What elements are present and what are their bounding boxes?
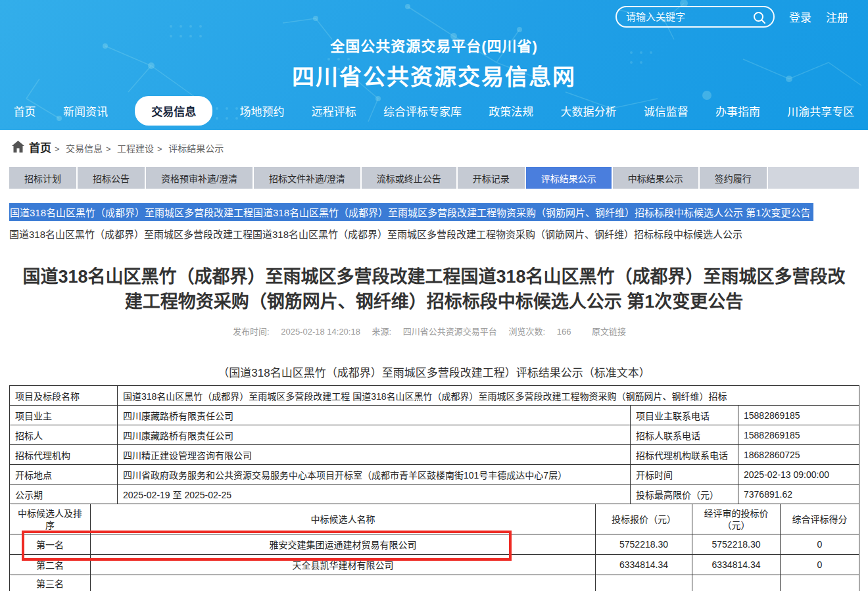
info-label: 招标代理机构	[10, 445, 118, 465]
breadcrumb-item[interactable]: 首页	[29, 142, 51, 154]
candidate-bid: 5752218.30	[596, 534, 692, 555]
info-value: 四川省政府政务服务和公共资源交易服务中心本项目开标室（成都市青羊区鼓楼南街101…	[118, 465, 631, 485]
candidate-rank: 第二名	[10, 555, 91, 575]
list-item-selected[interactable]: 国道318名山区黑竹（成都界）至雨城区多营段改建工程国道318名山区黑竹（成都界…	[9, 203, 813, 221]
nav-item[interactable]: 川渝共享专区	[787, 96, 854, 126]
tab[interactable]: 资格预审补遗/澄清	[146, 167, 253, 189]
breadcrumb-item[interactable]: 评标结果公示	[168, 143, 224, 154]
candidate-row: 第二名 天全县凯华建材有限公司 6334814.34 6334814.34 0	[10, 555, 859, 575]
site-main-title: 四川省公共资源交易信息网	[0, 59, 868, 91]
table-row: 项目及标段名称 国道318名山区黑竹（成都界）至雨城区多营段改建工程 国道318…	[10, 386, 859, 406]
list-item[interactable]: 国道318名山区黑竹（成都界）至雨城区多营段改建工程国道318名山区黑竹（成都界…	[9, 227, 859, 241]
register-link[interactable]: 注册	[826, 9, 848, 25]
info-value-2: 7376891.62	[738, 485, 859, 504]
table-row: 开标地点 四川省政府政务服务和公共资源交易服务中心本项目开标室（成都市青羊区鼓楼…	[10, 465, 859, 485]
info-label-2: 项目业主联系电话	[631, 406, 738, 425]
tab[interactable]: 中标结果公示	[613, 167, 698, 189]
col-rank: 中标候选人及排序	[10, 504, 91, 534]
nav-item[interactable]: 首页	[14, 96, 36, 126]
info-label-2: 开标时间	[631, 465, 738, 485]
breadcrumb-separator: >	[55, 144, 60, 154]
breadcrumb: 首页> 交易信息> 工程建设> 评标结果公示>	[0, 130, 868, 163]
views-value: 166	[557, 327, 571, 337]
candidate-reviewed-bid: 5752218.30	[692, 534, 781, 555]
search-icon[interactable]	[752, 11, 767, 25]
candidate-reviewed-bid	[692, 575, 781, 591]
nav-item[interactable]: 大数据分析	[560, 96, 616, 126]
info-value-2: 15882869185	[738, 406, 859, 425]
info-label-2: 投标最高限价（元）	[631, 485, 738, 504]
login-link[interactable]: 登录	[789, 9, 811, 25]
nav-item[interactable]: 综合评标专家库	[383, 96, 462, 126]
candidate-score: 0	[781, 534, 859, 555]
home-icon[interactable]	[12, 141, 24, 153]
candidate-name: 天全县凯华建材有限公司	[91, 555, 596, 575]
candidate-bid	[596, 575, 692, 591]
candidate-rank: 第三名	[10, 575, 91, 591]
project-info-table: 项目及标段名称 国道318名山区黑竹（成都界）至雨城区多营段改建工程 国道318…	[9, 385, 859, 504]
candidate-score: 0	[781, 555, 859, 575]
info-label: 开标地点	[10, 465, 118, 485]
info-label: 公示期	[10, 485, 118, 504]
col-score: 综合评标得分	[781, 504, 859, 534]
breadcrumb-separator: >	[106, 144, 111, 154]
header-topbar: 登录 注册	[615, 6, 848, 28]
candidate-row: 第三名	[10, 575, 859, 591]
tab[interactable]: 招标文件补遗/澄清	[254, 167, 360, 189]
col-name: 中标候选人名称	[91, 504, 596, 534]
search-box[interactable]	[615, 6, 775, 28]
table-row: 公示期 2025-02-19 至 2025-02-25 投标最高限价（元） 73…	[10, 485, 859, 504]
result-list: 国道318名山区黑竹（成都界）至雨城区多营段改建工程国道318名山区黑竹（成都界…	[9, 203, 859, 241]
info-label-2: 招标人联系电话	[631, 425, 738, 445]
publish-time-value: 2025-02-18 14:20:18	[281, 327, 360, 337]
candidate-name: 雅安交建集团运通建材贸易有限公司	[91, 534, 596, 555]
candidate-bid: 6334814.34	[596, 555, 692, 575]
tab[interactable]: 评标结果公示	[526, 167, 612, 189]
candidate-row: 第一名 雅安交建集团运通建材贸易有限公司 5752218.30 5752218.…	[10, 534, 859, 555]
candidate-name	[91, 575, 596, 591]
category-tabs: 招标计划 招标公告 资格预审补遗/澄清 招标文件补遗/澄清 流标或终止公告 开标…	[9, 167, 859, 189]
article-meta: 发布时间: 2025-02-18 14:20:18 来源: 四川省公共资源交易平…	[0, 325, 868, 337]
info-value: 四川康藏路桥有限责任公司	[118, 425, 631, 445]
candidates-table: 中标候选人及排序 中标候选人名称 投标报价（元） 经评审的投标价（元） 综合评标…	[9, 504, 859, 591]
original-link[interactable]: 原文链接	[592, 327, 626, 337]
tab[interactable]: 招标公告	[78, 167, 145, 189]
nav-item[interactable]: 办事指南	[715, 96, 760, 126]
info-value-2: 18682860725	[738, 445, 859, 465]
info-value-2: 2025-02-13 09:00:00	[738, 465, 859, 485]
site-super-title: 全国公共资源交易平台(四川省)	[0, 34, 868, 55]
info-value: 四川康藏路桥有限责任公司	[118, 406, 631, 425]
nav-item[interactable]: 远程评标	[312, 96, 356, 126]
breadcrumb-item[interactable]: 工程建设	[117, 143, 154, 154]
nav-item[interactable]: 场地预约	[239, 96, 284, 126]
candidates-header-row: 中标候选人及排序 中标候选人名称 投标报价（元） 经评审的投标价（元） 综合评标…	[10, 504, 859, 534]
nav-item[interactable]: 新闻资讯	[63, 96, 108, 126]
info-label: 项目业主	[10, 406, 118, 425]
col-bid: 投标报价（元）	[596, 504, 692, 534]
tab-bar-filler	[768, 167, 859, 189]
page-title: 国道318名山区黑竹（成都界）至雨城区多营段改建工程国道318名山区黑竹（成都界…	[17, 264, 851, 314]
nav-item[interactable]: 诚信监督	[644, 96, 688, 126]
col-reviewed: 经评审的投标价（元）	[692, 504, 781, 534]
info-value: 2025-02-19 至 2025-02-25	[118, 485, 631, 504]
candidate-score	[781, 575, 859, 591]
table-caption: （国道318名山区黑竹（成都界）至雨城区多营段改建工程）评标结果公示（标准文本）	[0, 364, 868, 380]
tab[interactable]: 招标计划	[9, 167, 76, 189]
info-value: 四川精正建设管理咨询有限公司	[118, 445, 631, 465]
source-label: 来源:	[372, 327, 392, 337]
breadcrumb-item[interactable]: 交易信息	[66, 143, 103, 154]
info-value-2: 15882869185	[738, 425, 859, 445]
info-value: 国道318名山区黑竹（成都界）至雨城区多营段改建工程 国道318名山区黑竹（成都…	[118, 386, 859, 406]
publish-time-label: 发布时间:	[233, 327, 270, 337]
site-header: 登录 注册 全国公共资源交易平台(四川省) 四川省公共资源交易信息网 首页 新闻…	[0, 0, 868, 130]
views-label: 浏览次数:	[508, 327, 545, 337]
table-row: 项目业主 四川康藏路桥有限责任公司 项目业主联系电话 15882869185	[10, 406, 859, 425]
table-row: 招标人 四川康藏路桥有限责任公司 招标人联系电话 15882869185	[10, 425, 859, 445]
tab[interactable]: 开标记录	[458, 167, 525, 189]
nav-item[interactable]: 政策法规	[489, 96, 533, 126]
breadcrumb-items: 首页> 交易信息> 工程建设> 评标结果公示>	[29, 139, 224, 155]
tab[interactable]: 流标或终止公告	[362, 167, 456, 189]
main-nav: 首页 新闻资讯 交易信息 场地预约 远程评标 综合评标专家库 政策法规 大数据分…	[0, 96, 868, 126]
nav-item[interactable]: 交易信息	[135, 96, 212, 126]
tab[interactable]: 签约履行	[700, 167, 767, 189]
